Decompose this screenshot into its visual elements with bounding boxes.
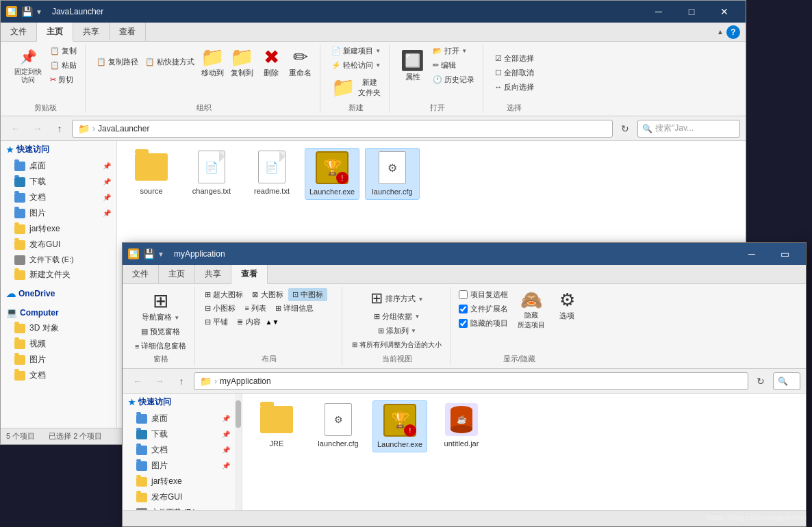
rename-button[interactable]: ✏ 重命名 bbox=[286, 44, 314, 79]
sidebar-item-desktop-1[interactable]: 桌面 📌 bbox=[1, 158, 116, 174]
tab-home-2[interactable]: 主页 bbox=[159, 265, 195, 283]
checkbox-hidden[interactable] bbox=[459, 319, 468, 328]
tab-share-1[interactable]: 共享 bbox=[73, 23, 110, 41]
tab-file-1[interactable]: 文件 bbox=[1, 23, 37, 41]
options-button[interactable]: ⚙ 选项 bbox=[552, 288, 582, 322]
sidebar-scroll-2[interactable] bbox=[235, 394, 242, 510]
file-item-launcher-cfg-2[interactable]: ⚙ launcher.cfg bbox=[311, 400, 366, 451]
paste-shortcut-button[interactable]: 📋 粘快捷方式 bbox=[142, 55, 197, 68]
forward-button-2[interactable]: → bbox=[150, 372, 169, 390]
sidebar-item-publishgui-1[interactable]: 发布GUI bbox=[1, 237, 116, 253]
collapse-ribbon-icon[interactable]: ▲ bbox=[717, 28, 724, 36]
file-item-readme[interactable]: 📄 readme.txt bbox=[244, 148, 299, 200]
refresh-button-2[interactable]: ↻ bbox=[751, 372, 770, 390]
sidebar-item-documents-2[interactable]: 文档 📌 bbox=[123, 442, 236, 458]
extra-large-icon-button[interactable]: ⊞ 超大图标 bbox=[201, 288, 247, 301]
copy-to-button[interactable]: 📁 复制到 bbox=[228, 44, 256, 79]
sidebar-item-downloads-1[interactable]: 下载 📌 bbox=[1, 174, 116, 190]
sidebar-item-jarexe-1[interactable]: jar转exe bbox=[1, 221, 116, 237]
add-column-button[interactable]: ⊞ 添加列 ▼ bbox=[374, 324, 420, 337]
select-none-button[interactable]: ☐ 全部取消 bbox=[492, 66, 537, 79]
minimize-button-2[interactable]: ─ bbox=[736, 243, 767, 265]
sidebar-item-downloads-2[interactable]: 下载 📌 bbox=[123, 426, 236, 442]
file-item-launcher-cfg[interactable]: ⚙ launcher.cfg bbox=[365, 148, 420, 200]
preview-pane-button[interactable]: ▤ 预览窗格 bbox=[137, 325, 184, 338]
save-icon[interactable]: 💾 bbox=[21, 6, 33, 17]
select-all-button[interactable]: ☑ 全部选择 bbox=[492, 52, 537, 65]
easy-access-button[interactable]: ⚡ 轻松访问 ▼ bbox=[329, 59, 383, 72]
group-by-button[interactable]: ⊞ 分组依据 ▼ bbox=[370, 310, 424, 323]
address-path-1[interactable]: 📁 › JavaLauncher bbox=[72, 120, 613, 138]
small-icon-button[interactable]: ⊟ 小图标 bbox=[201, 302, 240, 315]
edit-button[interactable]: ✏ 编辑 bbox=[430, 59, 477, 72]
large-icon-button[interactable]: ⊠ 大图标 bbox=[248, 288, 287, 301]
back-button-2[interactable]: ← bbox=[128, 372, 147, 390]
sidebar-item-videos-1[interactable]: 视频 bbox=[1, 336, 116, 352]
sidebar-item-documents2-1[interactable]: 文档 bbox=[1, 368, 116, 383]
tile-button[interactable]: ⊟ 平铺 bbox=[201, 316, 232, 329]
medium-icon-button[interactable]: ⊡ 中图标 bbox=[288, 288, 327, 301]
address-path-2[interactable]: 📁 › myApplication bbox=[194, 372, 748, 390]
tab-file-2[interactable]: 文件 bbox=[123, 265, 159, 283]
checkbox-extensions[interactable] bbox=[459, 305, 468, 313]
maximize-button-1[interactable]: □ bbox=[676, 1, 707, 23]
layout-scroll-down[interactable]: ▼ bbox=[272, 318, 279, 326]
dropdown-icon[interactable]: ▼ bbox=[36, 8, 42, 16]
sidebar-item-filedownload-1[interactable]: 文件下载 (E:) bbox=[1, 253, 116, 267]
sidebar-item-pictures2-1[interactable]: 图片 bbox=[1, 352, 116, 368]
sidebar-item-jarexe-2[interactable]: jar转exe bbox=[123, 474, 236, 489]
move-to-button[interactable]: 📁 移动到 bbox=[199, 44, 227, 79]
forward-button-1[interactable]: → bbox=[28, 120, 47, 138]
file-item-changes[interactable]: 📄 changes.txt bbox=[184, 148, 239, 200]
sidebar-item-3d-1[interactable]: 3D 对象 bbox=[1, 320, 116, 336]
file-item-jar[interactable]: ☕ untitled.jar bbox=[434, 400, 489, 451]
checkbox-item-extensions[interactable]: 文件扩展名 bbox=[456, 303, 511, 316]
tab-view-2[interactable]: 查看 bbox=[231, 265, 268, 284]
search-box-2[interactable]: 🔍 bbox=[773, 372, 800, 390]
sort-by-button[interactable]: ⊞ 排序方式 ▼ bbox=[366, 288, 427, 309]
dropdown-icon-2[interactable]: ▼ bbox=[157, 250, 164, 258]
back-button-1[interactable]: ← bbox=[6, 120, 25, 138]
properties-button[interactable]: 🔲 属性 bbox=[398, 48, 427, 83]
checkbox-preview[interactable] bbox=[459, 290, 468, 299]
hide-selected-button[interactable]: 🙈 隐藏所选项目 bbox=[513, 288, 549, 331]
file-item-jre[interactable]: JRE bbox=[249, 400, 304, 451]
details-pane-button[interactable]: ≡ 详细信息窗格 bbox=[131, 339, 190, 352]
minimize-button-1[interactable]: ─ bbox=[643, 1, 674, 23]
save-icon-2[interactable]: 💾 bbox=[143, 248, 155, 259]
paste-button[interactable]: 📋粘贴 bbox=[47, 59, 79, 72]
content-button[interactable]: ≣ 内容 bbox=[233, 316, 264, 329]
computer-header[interactable]: 💻 Computer bbox=[1, 305, 116, 320]
sidebar-item-filedownload-2[interactable]: 文件下载 (E:) bbox=[123, 505, 236, 510]
quick-access-header-2[interactable]: ★ 快速访问 bbox=[123, 394, 236, 411]
sidebar-scroll-thumb-2[interactable] bbox=[236, 400, 241, 428]
new-item-button[interactable]: 📄 新建项目 ▼ bbox=[329, 44, 383, 57]
up-button-2[interactable]: ↑ bbox=[172, 372, 191, 390]
file-item-source[interactable]: source bbox=[124, 148, 179, 200]
open-button[interactable]: 📂 打开 ▼ bbox=[430, 44, 477, 57]
sidebar-item-pictures-1[interactable]: 图片 📌 bbox=[1, 205, 116, 221]
delete-button[interactable]: ✖ 删除 bbox=[257, 44, 285, 79]
pin-button[interactable]: 📌 固定到快访问 bbox=[12, 44, 45, 86]
maximize-button-2[interactable]: ▭ bbox=[769, 243, 800, 265]
file-item-launcher-exe-2[interactable]: 🏆 ! Launcher.exe bbox=[372, 400, 427, 452]
help-icon[interactable]: ? bbox=[726, 25, 740, 39]
details-button[interactable]: ⊞ 详细信息 bbox=[271, 302, 318, 315]
sidebar-item-publishgui-2[interactable]: 发布GUI bbox=[123, 489, 236, 505]
cut-button[interactable]: ✂剪切 bbox=[47, 73, 79, 86]
copy-button[interactable]: 📋复制 bbox=[47, 44, 79, 57]
history-button[interactable]: 🕐 历史记录 bbox=[430, 73, 477, 86]
new-folder-button[interactable]: 📁 新建文件夹 bbox=[329, 73, 383, 101]
close-button-1[interactable]: ✕ bbox=[709, 1, 740, 23]
checkbox-item-preview[interactable]: 项目复选框 bbox=[456, 288, 511, 301]
sidebar-item-pictures-2[interactable]: 图片 📌 bbox=[123, 458, 236, 474]
nav-pane-button[interactable]: ⊞ 导航窗格 ▼ bbox=[138, 288, 183, 324]
up-button-1[interactable]: ↑ bbox=[50, 120, 69, 138]
search-box-1[interactable]: 🔍 搜索"Jav... bbox=[637, 120, 740, 138]
checkbox-item-hidden[interactable]: 隐藏的项目 bbox=[456, 317, 511, 330]
quick-access-header[interactable]: ★ 快速访问 bbox=[1, 141, 116, 158]
file-item-launcher-exe[interactable]: 🏆 ! Launcher.exe bbox=[305, 148, 359, 200]
list-button[interactable]: ≡ 列表 bbox=[240, 302, 270, 315]
onedrive-header[interactable]: ☁ OneDrive bbox=[1, 285, 116, 302]
tab-home-1[interactable]: 主页 bbox=[37, 23, 73, 42]
